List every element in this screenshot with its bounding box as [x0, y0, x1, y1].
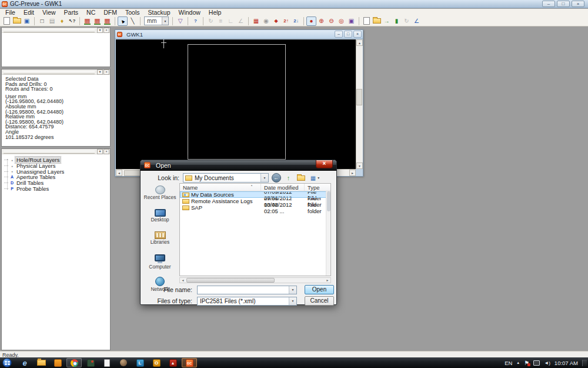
taskbar-item-round-app[interactable]: [116, 358, 131, 367]
scroll-thumb[interactable]: [186, 278, 275, 283]
panel-collapse-icon[interactable]: ▾: [97, 149, 103, 154]
panel-close-icon[interactable]: ×: [103, 149, 109, 154]
view-menu-button[interactable]: ▦ ▼: [308, 173, 322, 183]
panel-grip[interactable]: ▾ ×: [2, 28, 110, 33]
context-help-icon[interactable]: ↖?: [67, 16, 77, 26]
dropdown-icon[interactable]: ▼: [260, 174, 268, 182]
filter-icon[interactable]: ▽: [175, 16, 185, 26]
dropdown-icon[interactable]: ▼: [289, 286, 296, 294]
open-project-icon[interactable]: [372, 16, 382, 26]
child-close-button[interactable]: ×: [353, 31, 362, 38]
file-list-horizontal-scrollbar[interactable]: ◄ ►: [179, 277, 331, 283]
pad-plus-icon[interactable]: ⊕: [316, 16, 326, 26]
panel-grip[interactable]: ▾ ×: [2, 149, 110, 154]
clock[interactable]: 10:07 AM: [554, 360, 578, 366]
layer-table-2-icon[interactable]: ▦: [92, 16, 102, 26]
dropdown-icon[interactable]: ▼: [289, 297, 296, 305]
sort-asc-icon[interactable]: 2↑: [281, 16, 291, 26]
close-button[interactable]: ×: [572, 1, 584, 7]
new-folder-button[interactable]: [296, 173, 306, 183]
sort-desc-icon[interactable]: 2↓: [291, 16, 301, 26]
taskbar-item-orange-app[interactable]: [50, 358, 65, 367]
panel-close-icon[interactable]: ×: [103, 28, 109, 33]
dialog-close-button[interactable]: ×: [316, 160, 333, 168]
print-icon[interactable]: ▤: [47, 16, 57, 26]
corner-icon[interactable]: ∟: [226, 16, 236, 26]
scroll-left-icon[interactable]: ◄: [116, 170, 122, 176]
sidebar-item-libraries[interactable]: Libraries: [143, 227, 177, 245]
print-preview-icon[interactable]: □: [37, 16, 47, 26]
pad-box-icon[interactable]: ▣: [346, 16, 356, 26]
scroll-thumb[interactable]: [356, 89, 362, 105]
network-status-icon[interactable]: [533, 360, 540, 366]
menu-view[interactable]: View: [38, 9, 60, 16]
scroll-right-icon[interactable]: ►: [349, 170, 356, 176]
child-minimize-button[interactable]: –: [335, 31, 343, 38]
green-bar-icon[interactable]: ▮: [392, 16, 402, 26]
panel-grip[interactable]: ▾ ×: [2, 69, 110, 75]
scroll-left-icon[interactable]: ◄: [180, 278, 186, 283]
child-maximize-button[interactable]: □: [344, 31, 352, 38]
select-tool-icon[interactable]: ▲: [118, 16, 128, 26]
save-file-icon[interactable]: ▣: [22, 16, 32, 26]
menu-parts[interactable]: Parts: [60, 9, 83, 16]
menu-window[interactable]: Window: [175, 9, 205, 16]
child-titlebar[interactable]: GC GWK1: [115, 30, 363, 39]
rotate-icon[interactable]: ↻: [206, 16, 216, 26]
pad-ring-icon[interactable]: ◎: [336, 16, 346, 26]
globe-icon[interactable]: ◉: [261, 16, 271, 26]
look-in-select[interactable]: My Documents ▼: [183, 173, 269, 183]
action-center-flag-icon[interactable]: ⚑: [524, 360, 529, 366]
open-file-icon[interactable]: [12, 16, 22, 26]
scroll-up-icon[interactable]: ▲: [356, 39, 363, 46]
taskbar-item-outlook[interactable]: O: [149, 358, 164, 367]
column-name[interactable]: Name: [180, 184, 261, 191]
new-file-icon[interactable]: [2, 16, 12, 26]
panel-collapse-icon[interactable]: ▾: [97, 28, 103, 33]
menu-stackup[interactable]: Stackup: [144, 9, 175, 16]
cancel-button[interactable]: Cancel: [305, 296, 334, 306]
plot-icon[interactable]: ∠: [412, 16, 422, 26]
show-desktop-button[interactable]: [582, 360, 587, 366]
scroll-right-icon[interactable]: ►: [325, 278, 330, 283]
column-date-modified[interactable]: Date modified: [261, 184, 305, 191]
menu-tools[interactable]: Tools: [121, 9, 144, 16]
taskbar-item-green-app[interactable]: [83, 358, 98, 367]
pad-minus-icon[interactable]: ⊖: [326, 16, 336, 26]
tree-item-probe-tables[interactable]: P Probe Tables: [2, 185, 110, 191]
units-select[interactable]: mm ▼: [144, 16, 169, 25]
taskbar-item-document-app[interactable]: [99, 358, 115, 367]
maximize-button[interactable]: □: [557, 1, 570, 7]
language-indicator[interactable]: EN: [505, 360, 512, 366]
files-of-type-select[interactable]: IPC2581 Files (*.xml) ▼: [197, 297, 297, 306]
panel-close-icon[interactable]: ×: [103, 69, 109, 75]
taskbar-item-chrome[interactable]: [66, 358, 82, 367]
scroll-thumb[interactable]: [327, 191, 330, 211]
file-row-sap[interactable]: SAP 10/08/2012 02:05 ... File folder: [180, 204, 330, 211]
pad-solid-icon[interactable]: ●: [306, 16, 316, 26]
taskbar-item-internet-explorer[interactable]: e: [17, 358, 32, 367]
sidebar-item-desktop[interactable]: Desktop: [143, 205, 177, 223]
open-button[interactable]: Open: [305, 285, 334, 294]
angle-icon[interactable]: ∠: [236, 16, 246, 26]
menu-file[interactable]: File: [1, 9, 19, 16]
taskbar-item-explorer[interactable]: [34, 358, 49, 367]
volume-icon[interactable]: ◄): [544, 360, 550, 366]
refresh-icon[interactable]: ↻: [402, 16, 412, 26]
sidebar-item-recent-places[interactable]: Recent Places: [143, 183, 177, 200]
menu-nc[interactable]: NC: [82, 9, 99, 16]
line-tool-icon[interactable]: ╲: [128, 16, 138, 26]
menu-dfm[interactable]: DFM: [99, 9, 121, 16]
up-one-level-button[interactable]: ↑: [283, 173, 293, 183]
file-list-vertical-scrollbar[interactable]: [326, 191, 330, 276]
scroll-down-icon[interactable]: ▼: [356, 163, 363, 169]
back-button[interactable]: ←: [271, 173, 281, 183]
bracket-pad-icon[interactable]: ◆: [271, 16, 281, 26]
hidden-icons-icon[interactable]: ▲: [516, 361, 520, 364]
taskbar-item-lync[interactable]: L: [132, 358, 148, 367]
start-button[interactable]: [2, 358, 12, 367]
align-icon[interactable]: ≡: [216, 16, 226, 26]
taskbar-item-adobe-reader[interactable]: ▲: [165, 358, 181, 367]
query-icon[interactable]: ?: [191, 16, 201, 26]
pad-grid-icon[interactable]: ▦: [251, 16, 261, 26]
